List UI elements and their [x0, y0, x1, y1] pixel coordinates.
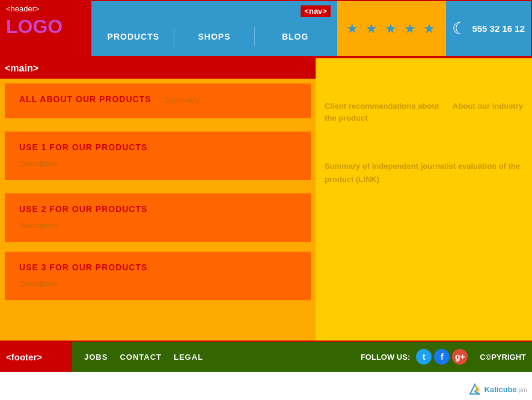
watermark: Kalicube.pro [468, 382, 527, 396]
header: <header> LOGO <nav> PRODUCTS SHOPS BLOG … [0, 0, 532, 57]
product-section-use2: USE 2 FOR OUR PRODUCTS Description [5, 193, 311, 242]
use-spacer2 [19, 216, 296, 221]
google-plus-icon[interactable]: g+ [452, 349, 468, 365]
header-tag: <header> [6, 4, 87, 13]
main-left: <main> ALL ABOUT OUR PRODUCTS Summary US… [0, 58, 316, 341]
main-tag: <main> [5, 63, 38, 74]
copyright: C©PYRIGHT [480, 353, 526, 362]
product-title-use1: USE 1 FOR OUR PRODUCTS [19, 142, 296, 152]
phone-section: ☾ 555 32 16 12 [446, 1, 531, 56]
product-desc-use2: Description [19, 221, 296, 230]
footer-right: FOLLOW US: t f g+ C©PYRIGHT [361, 349, 532, 365]
product-desc-use3: Description [19, 279, 296, 288]
footer: <footer> JOBS CONTACT LEGAL FOLLOW US: t… [0, 341, 532, 372]
use-spacer3 [19, 274, 296, 279]
nav-shops[interactable]: SHOPS [174, 27, 255, 46]
footer-contact[interactable]: CONTACT [120, 353, 162, 362]
product-title-all: ALL ABOUT OUR PRODUCTS [19, 94, 151, 104]
phone-number: 555 32 16 12 [472, 23, 525, 34]
nav-section: <nav> PRODUCTS SHOPS BLOG [91, 1, 337, 56]
section-all-inner: ALL ABOUT OUR PRODUCTS Summary [12, 89, 304, 111]
spacer2 [0, 184, 316, 190]
logo: LOGO [6, 16, 87, 38]
nav-tag: <nav> [301, 5, 331, 17]
product-section-all: ALL ABOUT OUR PRODUCTS Summary [5, 83, 311, 118]
right-bottom: Summary of independent journalist evalua… [325, 160, 523, 186]
footer-jobs[interactable]: JOBS [84, 353, 108, 362]
main-tag-row: <main> [0, 58, 316, 79]
product-title-use2: USE 2 FOR OUR PRODUCTS [19, 204, 296, 214]
watermark-text: Kalicube.pro [485, 385, 527, 394]
main-right: Client recommendations about the product… [316, 58, 532, 341]
product-title-use3: USE 3 FOR OUR PRODUCTS [19, 262, 296, 272]
footer-legal[interactable]: LEGAL [174, 353, 203, 362]
product-summary: Summary [164, 95, 200, 105]
client-recommendations: Client recommendations about the product [325, 100, 441, 124]
social-icons: t f g+ [416, 349, 468, 365]
use-spacer1 [19, 154, 296, 159]
nav-links: PRODUCTS SHOPS BLOG [93, 19, 335, 54]
nav-products[interactable]: PRODUCTS [93, 27, 174, 46]
twitter-icon[interactable]: t [416, 349, 432, 365]
facebook-icon[interactable]: f [434, 349, 450, 365]
footer-links: JOBS CONTACT LEGAL [72, 353, 215, 362]
stars-section: ★ ★ ★ ★ ★ [337, 1, 446, 56]
header-logo-section: <header> LOGO [1, 1, 91, 56]
product-section-use3: USE 3 FOR OUR PRODUCTS Description [5, 252, 311, 300]
follow-us-label: FOLLOW US: [361, 353, 410, 362]
product-desc-use1: Description [19, 159, 296, 168]
section-use2-inner: USE 2 FOR OUR PRODUCTS Description [12, 199, 304, 235]
nav-blog[interactable]: BLOG [255, 27, 335, 46]
spacer1 [0, 122, 316, 128]
footer-tag: <footer> [6, 352, 42, 362]
kalicube-logo-icon [468, 382, 482, 396]
phone-icon: ☾ [452, 19, 467, 38]
right-top: Client recommendations about the product… [325, 64, 523, 124]
section-use3-inner: USE 3 FOR OUR PRODUCTS Description [12, 258, 304, 293]
footer-tag-wrap: <footer> [0, 342, 72, 372]
stars: ★ ★ ★ ★ ★ [346, 21, 437, 37]
section-use1-inner: USE 1 FOR OUR PRODUCTS Description [12, 138, 304, 173]
product-section-use1: USE 1 FOR OUR PRODUCTS Description [5, 132, 311, 180]
main-wrapper: <main> ALL ABOUT OUR PRODUCTS Summary US… [0, 57, 532, 341]
about-industry: About our industry [453, 100, 523, 124]
nav-tag-row: <nav> [93, 3, 335, 19]
journalist-summary: Summary of independent journalist evalua… [325, 160, 523, 186]
